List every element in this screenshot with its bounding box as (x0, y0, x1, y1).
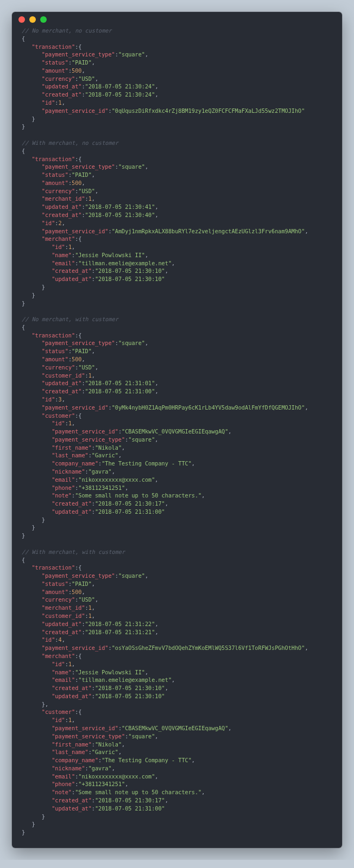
window-titlebar (12, 12, 342, 27)
minimize-icon[interactable] (29, 16, 36, 23)
code-window: // No merchant, no customer { "transacti… (12, 12, 342, 848)
zoom-icon[interactable] (40, 16, 47, 23)
code-content: // No merchant, no customer { "transacti… (12, 27, 342, 848)
close-icon[interactable] (18, 16, 25, 23)
